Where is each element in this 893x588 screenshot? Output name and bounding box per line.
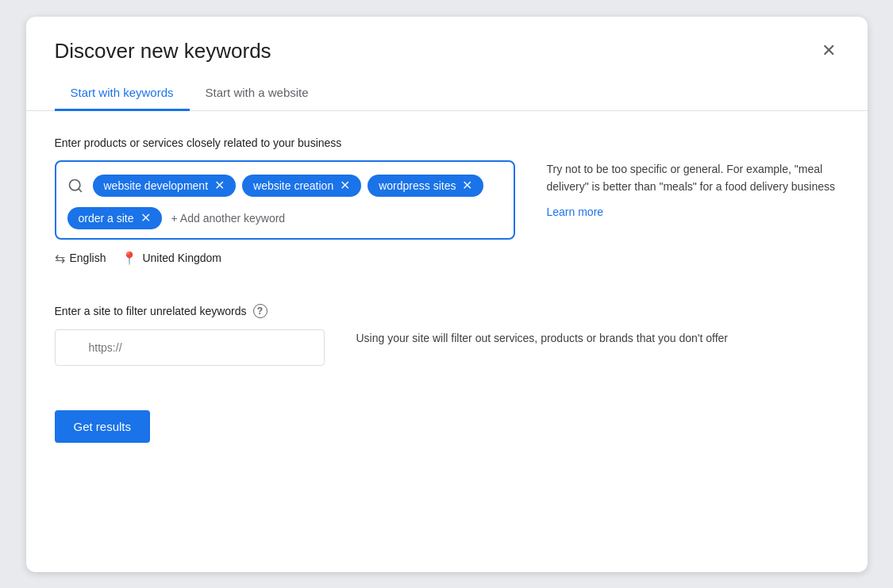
modal-header: Discover new keywords ✕: [26, 17, 868, 63]
tab-start-with-keywords[interactable]: Start with keywords: [55, 76, 190, 111]
svg-line-1: [78, 189, 81, 192]
location-selector[interactable]: 📍 United Kingdom: [121, 251, 221, 266]
keywords-box[interactable]: website development ✕ website creation ✕…: [55, 160, 515, 240]
chip-close-order-a-site[interactable]: ✕: [140, 212, 151, 225]
site-input-container: [55, 329, 325, 366]
modal-title: Discover new keywords: [55, 39, 271, 63]
site-section-label: Enter a site to filter unrelated keyword…: [55, 305, 247, 317]
chip-order-a-site: order a site ✕: [67, 207, 162, 229]
location-label: United Kingdom: [142, 252, 221, 264]
tab-start-with-website[interactable]: Start with a website: [190, 76, 325, 111]
site-hint: Using your site will filter out services…: [356, 329, 839, 347]
get-results-button[interactable]: Get results: [55, 410, 151, 443]
learn-more-link[interactable]: Learn more: [547, 203, 604, 221]
site-label-row: Enter a site to filter unrelated keyword…: [55, 304, 839, 318]
site-input-wrap: [55, 329, 325, 366]
chip-website-creation: website creation ✕: [242, 175, 361, 197]
help-icon[interactable]: ?: [253, 304, 268, 318]
chip-close-website-development[interactable]: ✕: [214, 179, 225, 192]
lang-location-row: ⇆ English 📍 United Kingdom: [55, 251, 515, 266]
chip-website-development: website development ✕: [93, 175, 237, 197]
keywords-section-label: Enter products or services closely relat…: [55, 136, 839, 149]
site-url-input[interactable]: [55, 329, 325, 366]
site-section: Enter a site to filter unrelated keyword…: [55, 304, 839, 366]
keywords-section: Enter products or services closely relat…: [55, 136, 839, 266]
keywords-hint: Try not to be too specific or general. F…: [547, 160, 839, 221]
chip-close-wordpress-sites[interactable]: ✕: [462, 179, 472, 192]
modal-footer: Get results: [26, 391, 868, 471]
keywords-input-area: website development ✕ website creation ✕…: [55, 160, 515, 266]
chip-close-website-creation[interactable]: ✕: [340, 179, 350, 192]
keywords-section-row: website development ✕ website creation ✕…: [55, 160, 839, 266]
modal-body: Enter products or services closely relat…: [26, 111, 868, 391]
location-icon: 📍: [121, 251, 137, 266]
chip-wordpress-sites: wordpress sites ✕: [368, 175, 483, 197]
search-icon: [67, 178, 83, 194]
add-keyword-input[interactable]: + Add another keyword: [168, 207, 502, 229]
close-button[interactable]: ✕: [818, 39, 839, 63]
discover-keywords-modal: Discover new keywords ✕ Start with keywo…: [26, 17, 868, 572]
language-label: English: [70, 252, 106, 264]
language-selector[interactable]: ⇆ English: [55, 251, 106, 266]
site-input-row: Using your site will filter out services…: [55, 329, 839, 366]
translate-icon: ⇆: [55, 251, 65, 266]
tab-bar: Start with keywords Start with a website: [26, 76, 868, 111]
